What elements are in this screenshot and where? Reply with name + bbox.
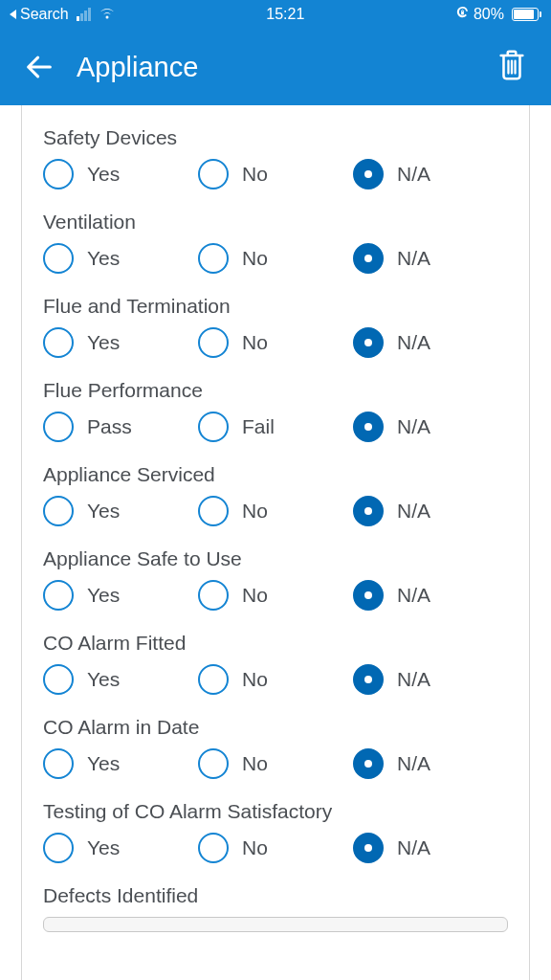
radio-option[interactable]: Yes [43, 580, 198, 611]
radio-option[interactable]: No [198, 159, 353, 189]
radio-button-icon [43, 748, 74, 779]
radio-group: PassFailN/A [43, 412, 508, 442]
radio-button-icon [353, 496, 384, 526]
battery-percent: 80% [474, 6, 504, 23]
svg-rect-0 [461, 11, 464, 14]
section-title: Safety Devices [43, 126, 508, 149]
radio-group: YesNoN/A [43, 159, 508, 189]
status-time: 15:21 [266, 6, 304, 23]
radio-group: YesNoN/A [43, 748, 508, 779]
radio-option[interactable]: N/A [353, 327, 508, 358]
radio-label: Yes [87, 163, 120, 186]
radio-option[interactable]: N/A [353, 243, 508, 274]
radio-option[interactable]: N/A [353, 412, 508, 442]
radio-option[interactable]: No [198, 664, 353, 695]
radio-option[interactable]: Yes [43, 664, 198, 695]
defects-input[interactable] [43, 917, 508, 932]
radio-option[interactable]: Fail [198, 412, 353, 442]
radio-label: N/A [397, 247, 430, 270]
radio-option[interactable]: N/A [353, 833, 508, 863]
radio-option[interactable]: N/A [353, 748, 508, 779]
battery-icon [508, 8, 541, 21]
back-to-app-label[interactable]: Search [20, 6, 69, 23]
radio-button-icon [353, 327, 384, 358]
radio-label: No [242, 331, 268, 354]
section-title: CO Alarm Fitted [43, 632, 508, 655]
status-right: 80% [455, 6, 541, 23]
radio-option[interactable]: No [198, 496, 353, 526]
radio-label: Yes [87, 500, 120, 523]
section-title: Flue Performance [43, 379, 508, 402]
radio-option[interactable]: No [198, 243, 353, 274]
radio-option[interactable]: Yes [43, 748, 198, 779]
radio-group: YesNoN/A [43, 833, 508, 863]
radio-label: No [242, 836, 268, 859]
radio-label: N/A [397, 584, 430, 607]
back-to-app-icon[interactable] [10, 10, 16, 19]
radio-option[interactable]: Yes [43, 243, 198, 274]
trash-icon [496, 47, 528, 83]
section-title: CO Alarm in Date [43, 716, 508, 739]
radio-button-icon [353, 664, 384, 695]
radio-label: N/A [397, 668, 430, 691]
radio-label: Fail [242, 415, 275, 438]
radio-button-icon [43, 580, 74, 611]
radio-button-icon [198, 243, 229, 274]
radio-option[interactable]: N/A [353, 496, 508, 526]
form-section: Appliance ServicedYesNoN/A [43, 442, 508, 526]
radio-label: N/A [397, 752, 430, 775]
radio-option[interactable]: Yes [43, 159, 198, 189]
radio-option[interactable]: No [198, 327, 353, 358]
radio-option[interactable]: Yes [43, 327, 198, 358]
page-title: Appliance [77, 52, 496, 83]
radio-label: No [242, 500, 268, 523]
section-title: Defects Identified [43, 884, 508, 907]
status-bar: Search 15:21 80% [0, 0, 551, 29]
radio-option[interactable]: N/A [353, 580, 508, 611]
radio-button-icon [353, 243, 384, 274]
radio-button-icon [353, 580, 384, 611]
radio-label: Yes [87, 752, 120, 775]
form-section: Flue PerformancePassFailN/A [43, 358, 508, 442]
radio-button-icon [198, 664, 229, 695]
section-title: Testing of CO Alarm Satisfactory [43, 800, 508, 823]
radio-group: YesNoN/A [43, 580, 508, 611]
radio-option[interactable]: No [198, 580, 353, 611]
cellular-signal-icon [77, 8, 91, 21]
form-section: Testing of CO Alarm SatisfactoryYesNoN/A [43, 779, 508, 863]
form-section: Flue and TerminationYesNoN/A [43, 274, 508, 358]
radio-button-icon [198, 580, 229, 611]
radio-option[interactable]: N/A [353, 159, 508, 189]
radio-label: Yes [87, 247, 120, 270]
radio-label: No [242, 752, 268, 775]
radio-button-icon [43, 412, 74, 442]
delete-button[interactable] [496, 47, 528, 87]
radio-group: YesNoN/A [43, 243, 508, 274]
radio-option[interactable]: Yes [43, 496, 198, 526]
radio-label: No [242, 584, 268, 607]
radio-label: No [242, 247, 268, 270]
back-button[interactable] [23, 51, 55, 83]
form-content: Safety DevicesYesNoN/AVentilationYesNoN/… [21, 105, 530, 980]
radio-button-icon [43, 327, 74, 358]
radio-group: YesNoN/A [43, 664, 508, 695]
radio-option[interactable]: Yes [43, 833, 198, 863]
radio-option[interactable]: No [198, 748, 353, 779]
radio-button-icon [198, 412, 229, 442]
radio-label: No [242, 668, 268, 691]
section-title: Flue and Termination [43, 295, 508, 318]
radio-option[interactable]: N/A [353, 664, 508, 695]
radio-button-icon [353, 159, 384, 189]
radio-button-icon [198, 833, 229, 863]
radio-option[interactable]: No [198, 833, 353, 863]
radio-button-icon [43, 159, 74, 189]
radio-option[interactable]: Pass [43, 412, 198, 442]
form-section: Safety DevicesYesNoN/A [43, 105, 508, 189]
radio-button-icon [198, 159, 229, 189]
form-section: CO Alarm in DateYesNoN/A [43, 695, 508, 779]
radio-label: N/A [397, 836, 430, 859]
form-section: Appliance Safe to UseYesNoN/A [43, 526, 508, 611]
radio-label: Yes [87, 836, 120, 859]
section-title: Ventilation [43, 211, 508, 234]
section-title: Appliance Safe to Use [43, 547, 508, 570]
